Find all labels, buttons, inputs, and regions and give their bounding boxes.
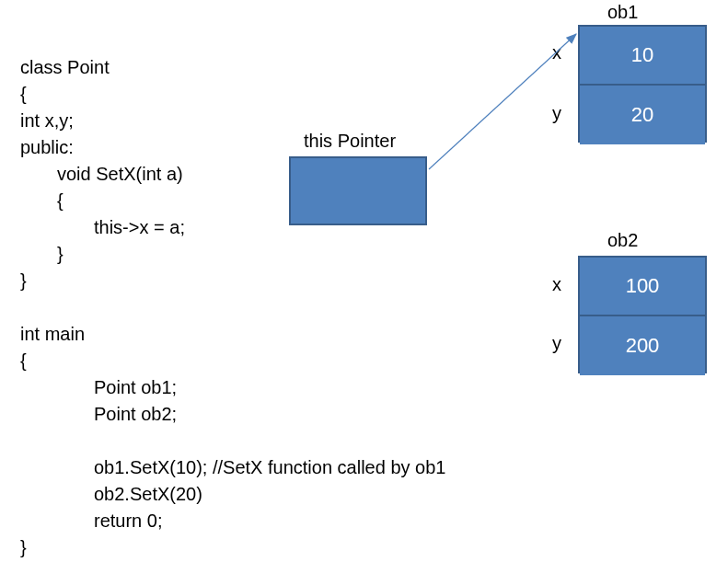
ob1-x-value: 10 <box>631 43 653 67</box>
code-line: { <box>20 84 27 104</box>
code-line: ob2.SetX(20) <box>20 481 202 508</box>
code-line: { <box>20 350 27 371</box>
ob2-x-label: x <box>552 274 561 295</box>
code-line: } <box>20 270 27 291</box>
ob1-x-cell: 10 <box>580 27 705 86</box>
code-line: void SetX(int a) <box>20 161 183 188</box>
code-line: class Point <box>20 57 110 77</box>
ob1-label: ob1 <box>607 2 638 23</box>
ob2-y-label: y <box>552 333 561 354</box>
code-line: this->x = a; <box>20 214 185 241</box>
code-line: ob1.SetX(10); //SetX function called by … <box>20 454 445 481</box>
ob1-x-label: x <box>552 42 561 63</box>
ob2-box: 100 200 <box>578 256 707 373</box>
code-line: return 0; <box>20 508 162 534</box>
ob2-x-value: 100 <box>626 274 660 298</box>
this-pointer-label: this Pointer <box>304 131 396 152</box>
code-line: int main <box>20 324 85 344</box>
ob2-x-cell: 100 <box>580 258 705 316</box>
code-line: Point ob1; <box>20 374 177 401</box>
ob1-box: 10 20 <box>578 25 707 143</box>
this-pointer-box <box>289 156 427 225</box>
code-line: int x,y; <box>20 110 74 131</box>
ob2-y-value: 200 <box>626 334 660 358</box>
code-line: public: <box>20 137 74 157</box>
ob1-y-cell: 20 <box>580 86 705 144</box>
code-line: } <box>20 241 64 268</box>
ob2-y-cell: 200 <box>580 316 705 375</box>
ob1-y-label: y <box>552 103 561 124</box>
code-line: } <box>20 537 27 557</box>
ob2-label: ob2 <box>607 230 638 251</box>
ob1-y-value: 20 <box>631 103 653 127</box>
code-listing: class Point { int x,y; public: void SetX… <box>20 28 445 561</box>
code-line: { <box>20 188 64 214</box>
code-line: Point ob2; <box>20 401 177 428</box>
